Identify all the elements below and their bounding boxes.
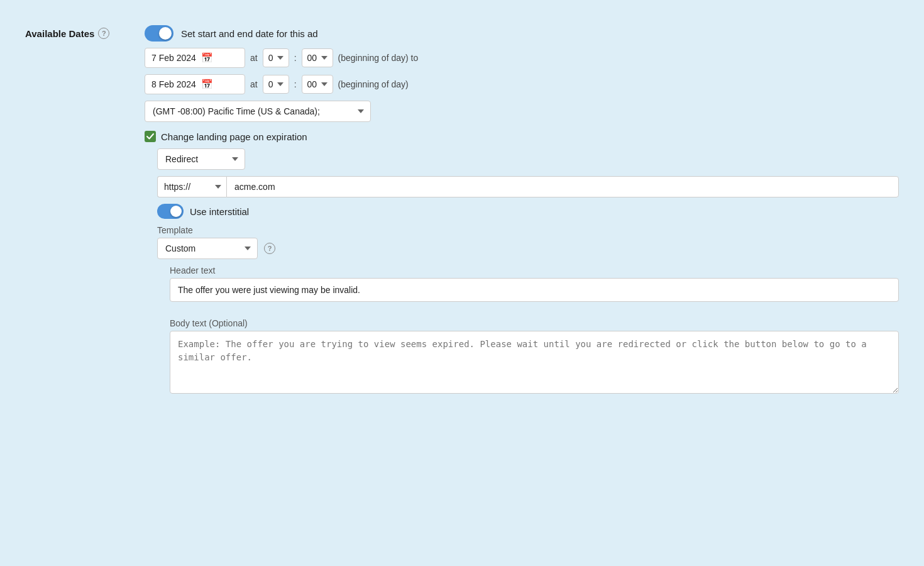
template-row: Custom Default Blank ? <box>157 238 899 259</box>
end-colon: : <box>294 79 297 89</box>
start-hour-select[interactable]: 012 <box>263 48 289 67</box>
interstitial-toggle[interactable] <box>157 204 184 219</box>
start-date-value: 7 Feb 2024 <box>151 53 196 63</box>
start-time-label: (beginning of day) to <box>338 53 419 63</box>
end-date-calendar-icon: 📅 <box>201 79 213 90</box>
change-landing-label: Change landing page on expiration <box>161 131 307 142</box>
redirect-type-row: Redirect 404 Custom URL <box>145 148 899 170</box>
interstitial-row: Use interstitial <box>145 204 899 219</box>
end-hour-select[interactable]: 012 <box>263 75 289 94</box>
timezone-select[interactable]: (GMT -08:00) Pacific Time (US & Canada); <box>145 101 371 122</box>
start-at-label: at <box>250 53 258 63</box>
body-text-input[interactable] <box>170 331 899 394</box>
url-row: https:// http:// <box>145 176 899 197</box>
end-date-value: 8 Feb 2024 <box>151 79 196 89</box>
set-dates-toggle[interactable] <box>145 25 173 42</box>
redirect-type-select[interactable]: Redirect 404 Custom URL <box>157 148 245 170</box>
end-at-label: at <box>250 79 258 89</box>
start-colon: : <box>294 53 297 63</box>
template-select[interactable]: Custom Default Blank <box>157 238 258 259</box>
start-date-input[interactable]: 7 Feb 2024 📅 <box>145 48 245 68</box>
start-date-calendar-icon: 📅 <box>201 52 213 64</box>
header-text-input[interactable] <box>170 278 899 302</box>
section-title-text: Available Dates <box>25 28 94 39</box>
body-text-section: Body text (Optional) <box>145 318 899 396</box>
interstitial-label: Use interstitial <box>190 206 249 217</box>
template-section: Template Custom Default Blank ? <box>145 225 899 259</box>
end-minute-select[interactable]: 00153045 <box>302 75 333 94</box>
template-field-label: Template <box>157 225 899 235</box>
set-dates-toggle-row: Set start and end date for this ad <box>145 25 899 42</box>
url-input[interactable] <box>226 176 899 197</box>
header-text-section: Header text <box>145 265 899 302</box>
section-help-icon[interactable]: ? <box>98 28 109 39</box>
content-column: Set start and end date for this ad 7 Feb… <box>145 25 899 396</box>
end-time-label: (beginning of day) <box>338 79 409 89</box>
header-text-label: Header text <box>170 265 899 275</box>
template-help-icon[interactable]: ? <box>264 243 275 254</box>
start-minute-select[interactable]: 00153045 <box>302 48 333 67</box>
end-date-row: 8 Feb 2024 📅 at 012 : 00153045 (beginnin… <box>145 74 899 94</box>
protocol-select[interactable]: https:// http:// <box>157 176 226 197</box>
body-text-label: Body text (Optional) <box>170 318 899 328</box>
set-dates-label: Set start and end date for this ad <box>181 28 318 39</box>
section-label: Available Dates ? <box>25 25 126 39</box>
start-date-row: 7 Feb 2024 📅 at 012 : 00153045 (beginnin… <box>145 48 899 68</box>
timezone-row: (GMT -08:00) Pacific Time (US & Canada); <box>145 101 899 122</box>
change-landing-checkbox[interactable] <box>145 131 156 142</box>
change-landing-row: Change landing page on expiration <box>145 131 899 142</box>
end-date-input[interactable]: 8 Feb 2024 📅 <box>145 74 245 94</box>
